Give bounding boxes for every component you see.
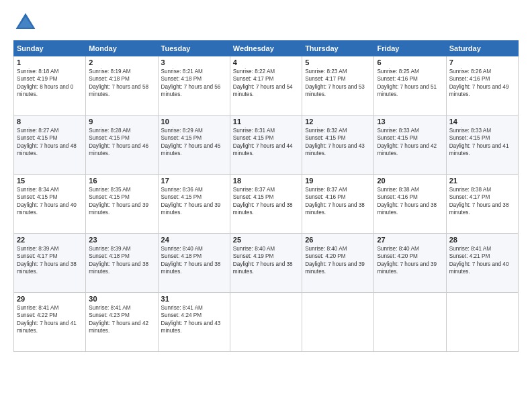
calendar-cell: 29Sunrise: 8:41 AMSunset: 4:22 PMDayligh… [14,293,86,352]
calendar-cell: 12Sunrise: 8:32 AMSunset: 4:15 PMDayligh… [302,116,374,175]
day-info: Sunrise: 8:27 AMSunset: 4:15 PMDaylight:… [17,127,83,158]
calendar: Sunday Monday Tuesday Wednesday Thursday… [13,40,519,352]
calendar-week-3: 15Sunrise: 8:34 AMSunset: 4:15 PMDayligh… [14,175,519,234]
day-number: 23 [89,236,154,244]
day-info: Sunrise: 8:38 AMSunset: 4:17 PMDaylight:… [449,186,515,217]
day-info: Sunrise: 8:36 AMSunset: 4:15 PMDaylight:… [161,186,227,217]
day-number: 19 [305,177,371,185]
calendar-cell: 19Sunrise: 8:37 AMSunset: 4:16 PMDayligh… [302,175,374,234]
calendar-cell: 9Sunrise: 8:28 AMSunset: 4:15 PMDaylight… [86,116,158,175]
calendar-cell [374,293,446,352]
day-info: Sunrise: 8:37 AMSunset: 4:15 PMDaylight:… [233,186,299,217]
day-info: Sunrise: 8:40 AMSunset: 4:18 PMDaylight:… [161,245,227,276]
day-number: 20 [377,177,443,185]
day-number: 10 [161,118,227,126]
calendar-cell: 23Sunrise: 8:39 AMSunset: 4:18 PMDayligh… [86,234,158,293]
col-sunday: Sunday [14,41,86,56]
day-number: 16 [89,177,154,185]
calendar-cell: 5Sunrise: 8:23 AMSunset: 4:17 PMDaylight… [302,56,374,116]
day-info: Sunrise: 8:40 AMSunset: 4:19 PMDaylight:… [233,245,299,276]
day-info: Sunrise: 8:18 AMSunset: 4:19 PMDaylight:… [17,68,83,99]
day-number: 25 [233,236,299,244]
day-info: Sunrise: 8:41 AMSunset: 4:23 PMDaylight:… [89,304,154,335]
day-number: 31 [161,295,227,303]
day-number: 15 [17,177,83,185]
logo [13,11,40,35]
calendar-cell [302,293,374,352]
day-info: Sunrise: 8:34 AMSunset: 4:15 PMDaylight:… [17,186,83,217]
day-number: 3 [161,58,227,66]
day-info: Sunrise: 8:40 AMSunset: 4:20 PMDaylight:… [305,245,371,276]
day-number: 9 [89,118,154,126]
day-number: 1 [17,58,83,66]
day-info: Sunrise: 8:25 AMSunset: 4:16 PMDaylight:… [377,68,443,99]
day-info: Sunrise: 8:31 AMSunset: 4:15 PMDaylight:… [233,127,299,158]
calendar-cell: 10Sunrise: 8:29 AMSunset: 4:15 PMDayligh… [158,116,230,175]
calendar-week-2: 8Sunrise: 8:27 AMSunset: 4:15 PMDaylight… [14,116,519,175]
day-info: Sunrise: 8:41 AMSunset: 4:24 PMDaylight:… [161,304,227,335]
header [13,11,519,35]
day-info: Sunrise: 8:41 AMSunset: 4:22 PMDaylight:… [17,304,83,335]
day-info: Sunrise: 8:33 AMSunset: 4:15 PMDaylight:… [377,127,443,158]
calendar-cell: 4Sunrise: 8:22 AMSunset: 4:17 PMDaylight… [230,56,302,116]
calendar-cell: 16Sunrise: 8:35 AMSunset: 4:15 PMDayligh… [86,175,158,234]
day-info: Sunrise: 8:26 AMSunset: 4:16 PMDaylight:… [449,68,515,99]
day-info: Sunrise: 8:33 AMSunset: 4:15 PMDaylight:… [449,127,515,158]
day-number: 26 [305,236,371,244]
col-thursday: Thursday [302,41,374,56]
calendar-cell: 30Sunrise: 8:41 AMSunset: 4:23 PMDayligh… [86,293,158,352]
calendar-header-row: Sunday Monday Tuesday Wednesday Thursday… [14,41,519,56]
calendar-cell: 3Sunrise: 8:21 AMSunset: 4:18 PMDaylight… [158,56,230,116]
day-info: Sunrise: 8:29 AMSunset: 4:15 PMDaylight:… [161,127,227,158]
day-info: Sunrise: 8:38 AMSunset: 4:16 PMDaylight:… [377,186,443,217]
calendar-cell: 22Sunrise: 8:39 AMSunset: 4:17 PMDayligh… [14,234,86,293]
calendar-cell [230,293,302,352]
day-info: Sunrise: 8:41 AMSunset: 4:21 PMDaylight:… [449,245,515,276]
calendar-cell: 25Sunrise: 8:40 AMSunset: 4:19 PMDayligh… [230,234,302,293]
day-number: 17 [161,177,227,185]
calendar-cell: 2Sunrise: 8:19 AMSunset: 4:18 PMDaylight… [86,56,158,116]
calendar-cell: 20Sunrise: 8:38 AMSunset: 4:16 PMDayligh… [374,175,446,234]
day-number: 11 [233,118,299,126]
day-number: 13 [377,118,443,126]
calendar-week-5: 29Sunrise: 8:41 AMSunset: 4:22 PMDayligh… [14,293,519,352]
day-info: Sunrise: 8:40 AMSunset: 4:20 PMDaylight:… [377,245,443,276]
calendar-cell [446,293,518,352]
day-number: 30 [89,295,154,303]
day-number: 6 [377,58,443,66]
day-number: 22 [17,236,83,244]
day-number: 12 [305,118,371,126]
day-number: 8 [17,118,83,126]
day-info: Sunrise: 8:35 AMSunset: 4:15 PMDaylight:… [89,186,154,217]
day-number: 28 [449,236,515,244]
day-number: 21 [449,177,515,185]
day-number: 27 [377,236,443,244]
day-info: Sunrise: 8:39 AMSunset: 4:17 PMDaylight:… [17,245,83,276]
day-info: Sunrise: 8:23 AMSunset: 4:17 PMDaylight:… [305,68,371,99]
col-friday: Friday [374,41,446,56]
calendar-week-1: 1Sunrise: 8:18 AMSunset: 4:19 PMDaylight… [14,56,519,116]
col-saturday: Saturday [446,41,518,56]
calendar-cell: 6Sunrise: 8:25 AMSunset: 4:16 PMDaylight… [374,56,446,116]
day-number: 7 [449,58,515,66]
day-number: 4 [233,58,299,66]
page: Sunday Monday Tuesday Wednesday Thursday… [0,0,532,411]
day-info: Sunrise: 8:39 AMSunset: 4:18 PMDaylight:… [89,245,154,276]
calendar-cell: 14Sunrise: 8:33 AMSunset: 4:15 PMDayligh… [446,116,518,175]
calendar-cell: 18Sunrise: 8:37 AMSunset: 4:15 PMDayligh… [230,175,302,234]
calendar-cell: 31Sunrise: 8:41 AMSunset: 4:24 PMDayligh… [158,293,230,352]
col-monday: Monday [86,41,158,56]
calendar-cell: 26Sunrise: 8:40 AMSunset: 4:20 PMDayligh… [302,234,374,293]
day-number: 2 [89,58,154,66]
calendar-week-4: 22Sunrise: 8:39 AMSunset: 4:17 PMDayligh… [14,234,519,293]
day-number: 18 [233,177,299,185]
calendar-cell: 21Sunrise: 8:38 AMSunset: 4:17 PMDayligh… [446,175,518,234]
calendar-cell: 1Sunrise: 8:18 AMSunset: 4:19 PMDaylight… [14,56,86,116]
calendar-cell: 17Sunrise: 8:36 AMSunset: 4:15 PMDayligh… [158,175,230,234]
col-wednesday: Wednesday [230,41,302,56]
day-info: Sunrise: 8:19 AMSunset: 4:18 PMDaylight:… [89,68,154,99]
logo-icon [13,11,38,35]
calendar-cell: 15Sunrise: 8:34 AMSunset: 4:15 PMDayligh… [14,175,86,234]
calendar-cell: 28Sunrise: 8:41 AMSunset: 4:21 PMDayligh… [446,234,518,293]
calendar-cell: 8Sunrise: 8:27 AMSunset: 4:15 PMDaylight… [14,116,86,175]
